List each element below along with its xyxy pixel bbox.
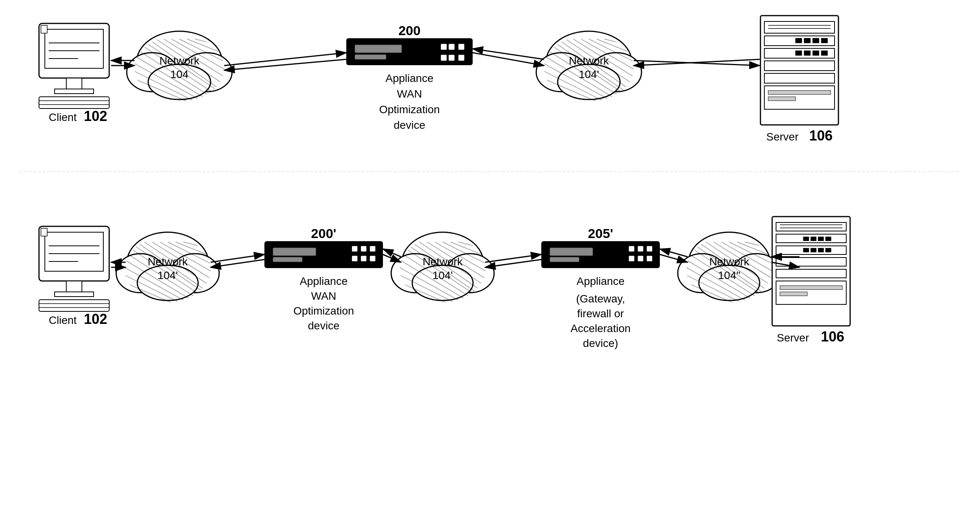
svg-rect-112 — [273, 257, 302, 262]
svg-rect-77 — [768, 97, 796, 101]
bottom-appliance1-sub1: WAN — [311, 290, 336, 302]
svg-rect-33 — [355, 55, 386, 59]
top-appliance-label: Appliance — [386, 72, 434, 84]
bottom-appliance1-number: 200' — [311, 226, 337, 241]
svg-rect-68 — [813, 38, 819, 43]
bottom-appliance2-label: Appliance — [577, 275, 625, 287]
svg-rect-145 — [629, 246, 634, 252]
bottom-network2-number: 104' — [432, 269, 453, 281]
top-arrow-appliance-net1 — [224, 59, 346, 70]
svg-rect-36 — [448, 55, 455, 61]
svg-rect-37 — [458, 55, 464, 61]
bottom-network2-label: Network — [423, 256, 463, 268]
top-network1-label: Network — [159, 55, 200, 67]
bottom-appliance2-sub4: device) — [583, 337, 618, 349]
top-network1-number: 104 — [170, 68, 189, 80]
top-appliance-sub1: WAN — [397, 88, 422, 100]
bottom-server — [772, 217, 850, 326]
svg-rect-72 — [813, 51, 819, 55]
bottom-appliance2-sub3: Acceleration — [571, 322, 631, 334]
bottom-appliance1-device — [265, 242, 382, 267]
bottom-network1-number: 104' — [158, 269, 178, 281]
top-client-number: 102 — [84, 108, 107, 124]
svg-rect-118 — [352, 256, 358, 261]
svg-rect-4 — [39, 97, 109, 108]
svg-rect-146 — [629, 256, 634, 261]
svg-rect-71 — [804, 51, 810, 55]
svg-rect-83 — [55, 292, 94, 297]
top-client-computer — [39, 23, 109, 108]
svg-rect-184 — [780, 292, 807, 296]
svg-rect-175 — [803, 237, 809, 241]
top-server — [760, 16, 838, 125]
svg-rect-38 — [441, 44, 447, 50]
top-appliance-device — [347, 39, 472, 64]
svg-rect-67 — [804, 38, 810, 43]
bottom-network3-cloud — [678, 232, 781, 304]
svg-rect-90 — [41, 228, 47, 236]
svg-rect-182 — [826, 248, 831, 252]
svg-rect-82 — [66, 281, 82, 293]
svg-rect-167 — [776, 222, 846, 231]
svg-rect-35 — [458, 44, 464, 50]
bottom-network2-cloud — [391, 232, 494, 304]
svg-rect-69 — [821, 38, 828, 43]
svg-rect-1 — [45, 29, 103, 68]
bottom-appliance1-sub3: device — [308, 320, 340, 332]
svg-rect-34 — [448, 44, 455, 50]
svg-rect-144 — [647, 256, 652, 261]
svg-rect-113 — [361, 246, 367, 252]
svg-rect-39 — [441, 55, 447, 61]
bottom-appliance2-sub1: (Gateway, — [576, 293, 625, 305]
svg-rect-60 — [764, 21, 835, 33]
svg-rect-114 — [370, 246, 376, 252]
bottom-network3-number: 104'' — [718, 269, 740, 281]
svg-rect-10 — [41, 25, 47, 33]
svg-rect-139 — [550, 248, 593, 256]
bottom-network1-label: Network — [148, 256, 188, 268]
svg-rect-176 — [811, 237, 816, 241]
svg-rect-116 — [370, 256, 376, 261]
bottom-network3-label: Network — [709, 256, 750, 268]
bottom-network1-cloud — [116, 232, 222, 304]
top-appliance-sub3: device — [394, 119, 425, 131]
svg-rect-117 — [352, 246, 358, 252]
top-server-label: Server — [766, 131, 798, 143]
svg-rect-178 — [826, 237, 831, 241]
svg-rect-70 — [796, 51, 802, 55]
svg-rect-181 — [818, 248, 824, 252]
svg-rect-171 — [776, 269, 846, 278]
svg-rect-32 — [355, 45, 402, 53]
svg-rect-143 — [638, 256, 643, 261]
svg-rect-73 — [821, 51, 828, 55]
svg-rect-76 — [768, 91, 831, 94]
top-arrow-net1-appliance — [224, 53, 346, 66]
top-appliance-number: 200 — [399, 23, 421, 38]
svg-rect-142 — [647, 246, 652, 252]
top-network2-label: Network — [569, 55, 610, 67]
top-network2-number: 104' — [579, 68, 599, 80]
bottom-appliance1-label: Appliance — [300, 275, 348, 287]
svg-rect-183 — [780, 286, 842, 290]
svg-rect-81 — [45, 232, 103, 271]
svg-rect-66 — [796, 38, 802, 43]
top-appliance-sub2: Optimization — [379, 103, 440, 116]
svg-rect-84 — [39, 300, 109, 311]
bottom-server-label: Server — [777, 332, 809, 344]
svg-rect-111 — [273, 248, 316, 256]
top-client-label: Client — [49, 111, 77, 123]
svg-rect-115 — [361, 256, 367, 261]
diagram-container: Client 102 Network 104 — [0, 0, 980, 528]
svg-rect-63 — [764, 61, 835, 71]
bottom-server-number: 106 — [821, 329, 844, 345]
bottom-client-label: Client — [49, 314, 77, 326]
bottom-appliance2-device — [542, 242, 659, 267]
svg-rect-3 — [55, 89, 94, 94]
svg-rect-179 — [803, 248, 809, 252]
svg-rect-64 — [764, 73, 835, 83]
svg-rect-2 — [66, 78, 82, 90]
svg-rect-180 — [811, 248, 816, 252]
svg-rect-141 — [638, 246, 643, 252]
svg-rect-140 — [550, 257, 579, 262]
bottom-appliance1-sub2: Optimization — [293, 305, 354, 317]
